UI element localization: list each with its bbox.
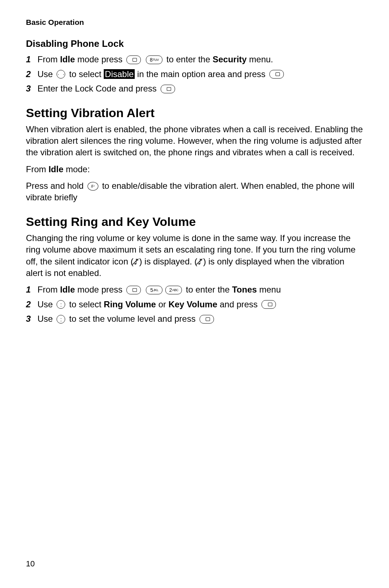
highlight-disable: Disable	[104, 69, 135, 79]
list-item: 2 Use to select Ring Volume or Key Volum…	[26, 299, 363, 310]
page-number: 10	[26, 558, 35, 569]
text: to set the volume level and press	[67, 314, 198, 324]
text: to select	[67, 299, 104, 309]
text: mode press	[75, 54, 125, 64]
text: menu	[257, 285, 281, 294]
text: From	[37, 285, 60, 294]
step-number: 1	[26, 54, 37, 65]
step-number: 2	[26, 68, 37, 80]
select-key-icon	[126, 286, 141, 294]
text: Use	[37, 314, 55, 324]
text: Enter the Lock Code and press	[37, 84, 159, 93]
step-number: 3	[26, 83, 37, 94]
step-number: 1	[26, 284, 37, 295]
paragraph-vib-instr: Press and hold #♪ to enable/disable the …	[26, 180, 363, 204]
text: to enter the	[183, 285, 232, 294]
select-key-icon	[126, 55, 141, 64]
select-key-icon	[161, 85, 175, 93]
steps-disable-lock: 1 From Idle mode press 8TUV to enter the…	[26, 54, 363, 94]
text-from-idle: From Idle mode:	[26, 164, 363, 175]
step-number: 3	[26, 313, 37, 325]
running-head: Basic Operation	[26, 17, 363, 27]
text-key-volume: Key Volume	[169, 299, 218, 309]
nav-key-icon	[57, 300, 65, 309]
list-item: 3 Enter the Lock Code and press	[26, 83, 363, 94]
step-number: 2	[26, 299, 37, 310]
text: in the main option area and press	[135, 69, 268, 79]
keypad-8-icon: 8TUV	[146, 55, 162, 64]
text: to select	[67, 69, 104, 79]
heading-vibration: Setting Vibration Alert	[26, 105, 363, 121]
list-item: 2 Use to select Disable in the main opti…	[26, 68, 363, 80]
select-key-icon	[200, 315, 214, 324]
list-item: 1 From Idle mode press 8TUV to enter the…	[26, 54, 363, 65]
text-security: Security	[213, 54, 247, 64]
text-idle: Idle	[60, 54, 75, 64]
nav-key-icon	[57, 70, 65, 79]
silent-icon: ♪̸	[198, 257, 203, 267]
silent-icon: ♪̸	[134, 257, 139, 267]
select-key-icon	[269, 70, 284, 79]
list-item: 3 Use to set the volume level and press	[26, 313, 363, 325]
keypad-5-icon: 5JKL	[146, 286, 162, 294]
steps-ringkey: 1 From Idle mode press 5JKL2ABC to enter…	[26, 284, 363, 325]
text-ring-volume: Ring Volume	[104, 299, 156, 309]
list-item: 1 From Idle mode press 5JKL2ABC to enter…	[26, 284, 363, 295]
select-key-icon	[261, 300, 276, 309]
heading-ringkey: Setting Ring and Key Volume	[26, 214, 363, 230]
paragraph-vibration: When vibration alert is enabled, the pho…	[26, 124, 363, 159]
hash-key-icon: #♪	[88, 182, 98, 191]
keypad-2-icon: 2ABC	[165, 286, 182, 294]
text: to enter the	[164, 54, 213, 64]
text: Use	[37, 299, 55, 309]
paragraph-ringkey: Changing the ring volume or key volume i…	[26, 232, 363, 279]
text: From	[37, 54, 60, 64]
text-idle: Idle	[60, 285, 75, 294]
text: and press	[217, 299, 260, 309]
text: mode press	[75, 285, 125, 294]
heading-disable-lock: Disabling Phone Lock	[26, 37, 363, 50]
nav-key-icon	[57, 315, 65, 324]
text: menu.	[247, 54, 273, 64]
text-tones: Tones	[232, 285, 257, 294]
text: Use	[37, 69, 55, 79]
text: or	[156, 299, 169, 309]
